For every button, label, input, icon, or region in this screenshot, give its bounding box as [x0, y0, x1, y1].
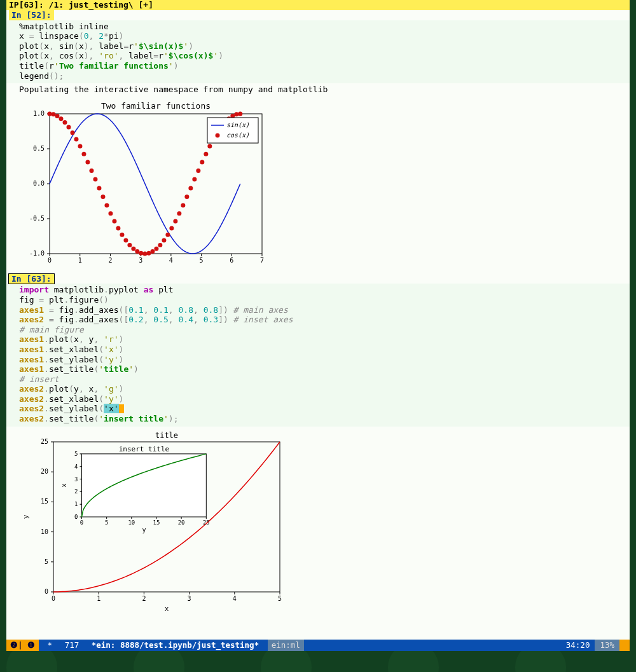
svg-point-78 [238, 111, 242, 116]
svg-text:25: 25 [41, 438, 48, 445]
svg-text:6: 6 [230, 257, 233, 264]
svg-point-29 [51, 112, 55, 116]
svg-point-41 [97, 186, 101, 190]
svg-text:3: 3 [188, 595, 191, 602]
svg-text:4: 4 [169, 257, 173, 264]
svg-point-39 [89, 168, 93, 173]
cell-1-plot: 01234567-1.0-0.50.00.51.0Two familiar fu… [6, 97, 630, 274]
status-end-block [619, 640, 630, 651]
cell-2[interactable]: In [63]: import matplotlib.pyplot as plt… [6, 274, 630, 620]
editor-content[interactable]: In [52]: %matplotlib inlinex = linspace(… [6, 10, 630, 640]
svg-point-60 [169, 226, 174, 230]
svg-text:1: 1 [78, 257, 82, 264]
svg-point-52 [139, 250, 143, 255]
svg-text:cos(x): cos(x) [226, 132, 249, 139]
svg-point-42 [100, 195, 105, 199]
svg-point-50 [131, 247, 135, 251]
svg-point-36 [78, 144, 82, 148]
svg-point-58 [162, 238, 166, 242]
cell-1-prompt: In [52]: [9, 10, 54, 20]
svg-text:25: 25 [203, 519, 210, 526]
svg-point-45 [112, 219, 116, 223]
status-pct: 13% [595, 640, 619, 651]
svg-text:10: 10 [41, 528, 48, 535]
svg-point-65 [188, 186, 193, 190]
svg-text:Two familiar functions: Two familiar functions [101, 101, 211, 111]
svg-point-67 [196, 168, 200, 173]
svg-point-51 [135, 249, 139, 254]
svg-text:5: 5 [200, 257, 204, 264]
status-indicator: ❷| ❶ [6, 640, 39, 651]
svg-point-35 [74, 137, 78, 141]
svg-text:20: 20 [41, 468, 48, 475]
svg-text:2: 2 [142, 595, 146, 602]
svg-text:7: 7 [260, 257, 264, 264]
title-bar: IP[63]: /1: just_testing\ [+] [6, 0, 630, 10]
editor-window: IP[63]: /1: just_testing\ [+] In [52]: %… [6, 0, 630, 651]
cell-2-prompt: In [63]: [9, 274, 54, 284]
svg-point-77 [234, 112, 238, 116]
svg-text:-0.5: -0.5 [29, 215, 45, 222]
status-line: 717 [61, 640, 83, 651]
svg-text:0.5: 0.5 [33, 145, 45, 152]
svg-point-34 [70, 130, 74, 135]
svg-text:5: 5 [105, 519, 108, 526]
cell-2-plot: 0123450510152025titlexy0510152025012345i… [6, 427, 630, 620]
svg-text:2: 2 [108, 257, 112, 264]
svg-point-32 [62, 120, 67, 125]
svg-point-56 [154, 247, 158, 251]
svg-point-30 [55, 114, 59, 118]
svg-point-53 [142, 251, 147, 256]
svg-text:3: 3 [74, 476, 78, 482]
svg-point-62 [177, 211, 181, 216]
svg-point-40 [93, 177, 97, 181]
status-modified: * [44, 640, 57, 651]
svg-point-66 [192, 177, 197, 181]
svg-point-33 [66, 125, 71, 129]
svg-text:3: 3 [139, 257, 142, 264]
svg-text:10: 10 [128, 519, 135, 526]
title-text: IP[63]: /1: just_testing\ [+] [9, 0, 153, 10]
status-cursor-pos: 34:20 [561, 640, 595, 651]
svg-point-46 [116, 226, 120, 230]
svg-text:insert title: insert title [119, 445, 169, 453]
svg-point-37 [81, 151, 86, 156]
cell-1-code[interactable]: %matplotlib inlinex = linspace(0, 2*pi)p… [6, 20, 630, 84]
svg-text:2: 2 [74, 488, 78, 495]
svg-text:15: 15 [41, 498, 48, 505]
svg-text:5: 5 [278, 595, 282, 602]
svg-point-63 [181, 203, 185, 207]
svg-point-70 [207, 144, 212, 148]
svg-text:0: 0 [80, 519, 83, 526]
svg-text:y: y [22, 514, 30, 519]
cell-2-code[interactable]: import matplotlib.pyplot as pltfig = plt… [6, 284, 630, 426]
svg-text:0: 0 [45, 588, 48, 595]
svg-text:5: 5 [45, 558, 48, 565]
svg-point-82 [216, 133, 220, 137]
cell-1-output-text: Populating the interactive namespace fro… [6, 83, 630, 97]
svg-text:5: 5 [74, 451, 78, 457]
svg-text:0: 0 [52, 595, 55, 602]
svg-text:x: x [61, 483, 68, 487]
svg-text:20: 20 [178, 519, 185, 526]
svg-rect-112 [82, 454, 207, 517]
svg-text:y: y [142, 526, 146, 533]
svg-point-49 [127, 243, 132, 247]
svg-text:sin(x): sin(x) [226, 121, 249, 128]
svg-point-44 [108, 211, 113, 216]
svg-point-68 [200, 160, 204, 164]
svg-point-31 [59, 116, 63, 121]
svg-text:1.0: 1.0 [33, 110, 45, 117]
status-bar: ❷| ❶ * 717 *ein: 8888/test.ipynb/just_te… [6, 640, 630, 651]
svg-point-57 [158, 243, 162, 247]
svg-text:0: 0 [48, 257, 52, 264]
status-mode: ein:ml [268, 640, 304, 651]
svg-point-59 [165, 232, 170, 237]
svg-text:1: 1 [97, 595, 100, 602]
svg-text:title: title [155, 431, 178, 440]
cell-1[interactable]: In [52]: %matplotlib inlinex = linspace(… [6, 10, 630, 274]
svg-text:1: 1 [74, 501, 78, 507]
svg-text:0.0: 0.0 [33, 180, 45, 187]
svg-text:4: 4 [74, 463, 78, 469]
svg-text:-1.0: -1.0 [29, 250, 45, 257]
